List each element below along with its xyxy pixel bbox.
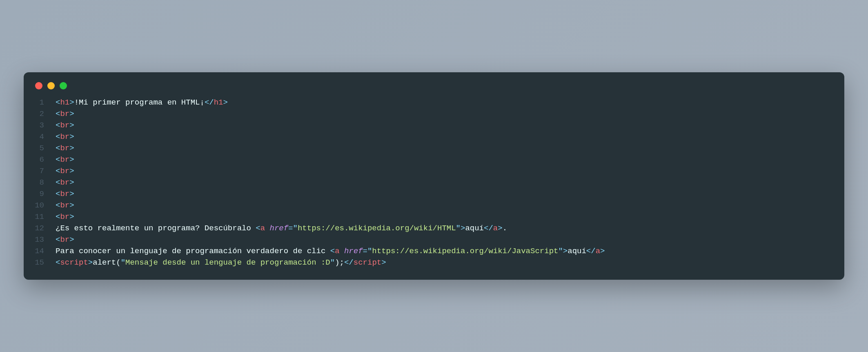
token-text: alert( xyxy=(93,258,120,267)
token-tag: br xyxy=(60,201,69,210)
token-punct: > xyxy=(69,109,74,118)
line-content[interactable]: <br> xyxy=(56,120,74,131)
code-line[interactable]: 4<br> xyxy=(24,131,844,143)
token-punct: > xyxy=(69,132,74,141)
token-text: ¿Es esto realmente un programa? Descúbra… xyxy=(56,224,256,233)
line-number: 15 xyxy=(24,257,56,268)
line-number: 14 xyxy=(24,245,56,257)
token-text: aquí xyxy=(568,247,586,256)
token-string: https://es.wikipedia.org/wiki/JavaScript xyxy=(372,247,558,256)
line-number: 3 xyxy=(24,120,56,131)
line-number: 6 xyxy=(24,154,56,165)
token-punct: > xyxy=(69,167,74,176)
code-line[interactable]: 14Para conocer un lenguaje de programaci… xyxy=(24,245,844,257)
token-punct: < xyxy=(56,258,60,267)
line-content[interactable]: <h1>!Mi primer programa en HTML¡</h1> xyxy=(56,97,228,108)
line-number: 1 xyxy=(24,97,56,108)
line-content[interactable]: <br> xyxy=(56,154,74,165)
code-line[interactable]: 6<br> xyxy=(24,154,844,165)
token-punct: < xyxy=(330,247,335,256)
token-punct: < xyxy=(56,167,60,176)
token-text xyxy=(340,247,344,256)
line-content[interactable]: Para conocer un lenguaje de programación… xyxy=(56,245,605,257)
token-punct: < xyxy=(256,224,260,233)
token-tag: br xyxy=(60,178,69,187)
token-punct: > xyxy=(69,98,74,107)
token-punct: > xyxy=(88,258,93,267)
token-tag: br xyxy=(60,144,69,153)
close-icon[interactable] xyxy=(35,82,42,89)
minimize-icon[interactable] xyxy=(47,82,55,89)
token-punct: </ xyxy=(344,258,354,267)
line-content[interactable]: <br> xyxy=(56,108,74,120)
line-number: 12 xyxy=(24,223,56,234)
line-content[interactable]: <br> xyxy=(56,177,74,188)
token-tag: a xyxy=(335,247,339,256)
line-content[interactable]: <br> xyxy=(56,200,74,211)
line-content[interactable]: <br> xyxy=(56,188,74,200)
token-punct: < xyxy=(56,98,60,107)
line-number: 4 xyxy=(24,131,56,143)
code-line[interactable]: 10<br> xyxy=(24,200,844,211)
token-string: https://es.wikipedia.org/wiki/HTML xyxy=(298,224,456,233)
line-content[interactable]: ¿Es esto realmente un programa? Descúbra… xyxy=(56,223,507,234)
token-punct: > xyxy=(69,189,74,198)
token-text: !Mi primer programa en HTML¡ xyxy=(74,98,205,107)
token-punct: </ xyxy=(484,224,493,233)
token-tag: br xyxy=(60,132,69,141)
window-titlebar xyxy=(24,82,844,97)
token-tag: a xyxy=(260,224,265,233)
token-punct: < xyxy=(56,121,60,130)
token-punct: > xyxy=(381,258,386,267)
code-line[interactable]: 3<br> xyxy=(24,120,844,131)
line-number: 5 xyxy=(24,143,56,154)
token-punct: </ xyxy=(205,98,214,107)
token-op: = xyxy=(363,247,367,256)
token-tag: script xyxy=(354,258,381,267)
token-tag: a xyxy=(596,247,600,256)
line-content[interactable]: <br> xyxy=(56,143,74,154)
token-text: aquí xyxy=(465,224,484,233)
line-number: 11 xyxy=(24,211,56,223)
token-punct: > xyxy=(69,178,74,187)
line-content[interactable]: <br> xyxy=(56,165,74,177)
token-tag: h1 xyxy=(60,98,69,107)
code-line[interactable]: 9<br> xyxy=(24,188,844,200)
code-line[interactable]: 11<br> xyxy=(24,211,844,223)
token-punct: " xyxy=(293,224,298,233)
line-content[interactable]: <script>alert("Mensaje desde un lenguaje… xyxy=(56,257,386,268)
token-punct: > xyxy=(563,247,568,256)
line-number: 13 xyxy=(24,234,56,245)
token-tag: br xyxy=(60,167,69,176)
token-punct: < xyxy=(56,132,60,141)
code-window: 1<h1>!Mi primer programa en HTML¡</h1>2<… xyxy=(24,72,844,280)
token-punct: < xyxy=(56,144,60,153)
token-punct: > xyxy=(498,224,502,233)
line-content[interactable]: <br> xyxy=(56,211,74,223)
code-editor[interactable]: 1<h1>!Mi primer programa en HTML¡</h1>2<… xyxy=(24,97,844,268)
code-line[interactable]: 12¿Es esto realmente un programa? Descúb… xyxy=(24,223,844,234)
code-line[interactable]: 2<br> xyxy=(24,108,844,120)
token-punct: " xyxy=(456,224,461,233)
token-tag: a xyxy=(493,224,498,233)
token-punct: > xyxy=(69,212,74,221)
line-number: 2 xyxy=(24,108,56,120)
code-line[interactable]: 15<script>alert("Mensaje desde un lengua… xyxy=(24,257,844,268)
token-text: ); xyxy=(335,258,344,267)
line-content[interactable]: <br> xyxy=(56,131,74,143)
code-line[interactable]: 5<br> xyxy=(24,143,844,154)
token-punct: > xyxy=(69,201,74,210)
token-punct: < xyxy=(56,189,60,198)
token-tag: script xyxy=(60,258,88,267)
code-line[interactable]: 13<br> xyxy=(24,234,844,245)
line-number: 10 xyxy=(24,200,56,211)
token-punct: > xyxy=(461,224,465,233)
token-attr: href xyxy=(270,224,289,233)
code-line[interactable]: 1<h1>!Mi primer programa en HTML¡</h1> xyxy=(24,97,844,108)
line-content[interactable]: <br> xyxy=(56,234,74,245)
token-punct: > xyxy=(223,98,228,107)
code-line[interactable]: 7<br> xyxy=(24,165,844,177)
token-punct: > xyxy=(69,144,74,153)
maximize-icon[interactable] xyxy=(60,82,67,89)
code-line[interactable]: 8<br> xyxy=(24,177,844,188)
